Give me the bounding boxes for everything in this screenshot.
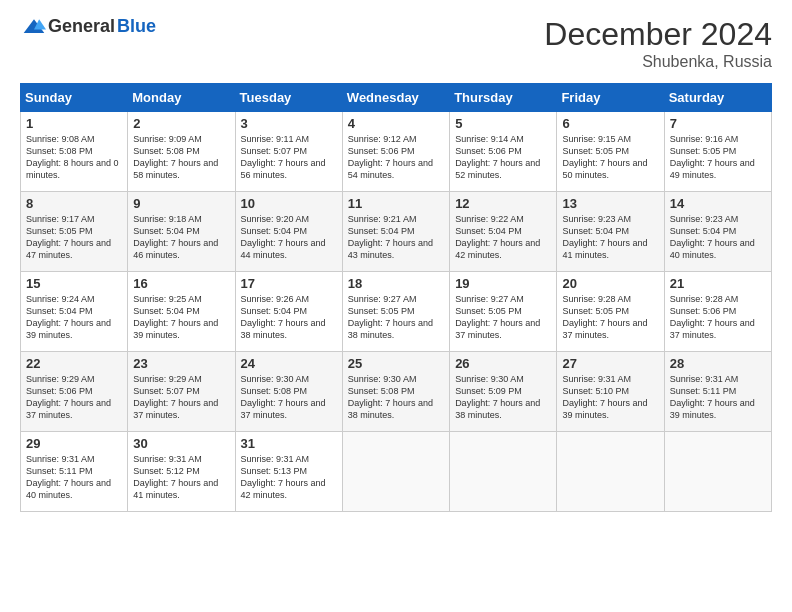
month-title: December 2024: [544, 16, 772, 53]
day-number: 10: [241, 196, 337, 211]
calendar-cell: 9Sunrise: 9:18 AMSunset: 5:04 PMDaylight…: [128, 192, 235, 272]
cell-text: Sunrise: 9:20 AMSunset: 5:04 PMDaylight:…: [241, 214, 326, 260]
day-number: 28: [670, 356, 766, 371]
week-row-2: 8Sunrise: 9:17 AMSunset: 5:05 PMDaylight…: [21, 192, 772, 272]
day-number: 2: [133, 116, 229, 131]
day-number: 22: [26, 356, 122, 371]
day-number: 9: [133, 196, 229, 211]
day-number: 31: [241, 436, 337, 451]
calendar-cell: 11Sunrise: 9:21 AMSunset: 5:04 PMDayligh…: [342, 192, 449, 272]
cell-text: Sunrise: 9:28 AMSunset: 5:06 PMDaylight:…: [670, 294, 755, 340]
day-number: 16: [133, 276, 229, 291]
col-monday: Monday: [128, 84, 235, 112]
cell-text: Sunrise: 9:24 AMSunset: 5:04 PMDaylight:…: [26, 294, 111, 340]
week-row-4: 22Sunrise: 9:29 AMSunset: 5:06 PMDayligh…: [21, 352, 772, 432]
week-row-1: 1Sunrise: 9:08 AMSunset: 5:08 PMDaylight…: [21, 112, 772, 192]
cell-text: Sunrise: 9:26 AMSunset: 5:04 PMDaylight:…: [241, 294, 326, 340]
calendar-cell: 15Sunrise: 9:24 AMSunset: 5:04 PMDayligh…: [21, 272, 128, 352]
calendar-cell: 24Sunrise: 9:30 AMSunset: 5:08 PMDayligh…: [235, 352, 342, 432]
calendar-cell: 16Sunrise: 9:25 AMSunset: 5:04 PMDayligh…: [128, 272, 235, 352]
col-wednesday: Wednesday: [342, 84, 449, 112]
cell-text: Sunrise: 9:09 AMSunset: 5:08 PMDaylight:…: [133, 134, 218, 180]
cell-text: Sunrise: 9:28 AMSunset: 5:05 PMDaylight:…: [562, 294, 647, 340]
col-sunday: Sunday: [21, 84, 128, 112]
cell-text: Sunrise: 9:29 AMSunset: 5:07 PMDaylight:…: [133, 374, 218, 420]
day-number: 30: [133, 436, 229, 451]
cell-text: Sunrise: 9:23 AMSunset: 5:04 PMDaylight:…: [670, 214, 755, 260]
cell-text: Sunrise: 9:14 AMSunset: 5:06 PMDaylight:…: [455, 134, 540, 180]
cell-text: Sunrise: 9:12 AMSunset: 5:06 PMDaylight:…: [348, 134, 433, 180]
calendar-cell: 8Sunrise: 9:17 AMSunset: 5:05 PMDaylight…: [21, 192, 128, 272]
cell-text: Sunrise: 9:11 AMSunset: 5:07 PMDaylight:…: [241, 134, 326, 180]
calendar-cell: 29Sunrise: 9:31 AMSunset: 5:11 PMDayligh…: [21, 432, 128, 512]
calendar-cell: 5Sunrise: 9:14 AMSunset: 5:06 PMDaylight…: [450, 112, 557, 192]
day-number: 27: [562, 356, 658, 371]
cell-text: Sunrise: 9:15 AMSunset: 5:05 PMDaylight:…: [562, 134, 647, 180]
calendar-cell: 19Sunrise: 9:27 AMSunset: 5:05 PMDayligh…: [450, 272, 557, 352]
day-number: 5: [455, 116, 551, 131]
day-number: 3: [241, 116, 337, 131]
calendar-cell: 28Sunrise: 9:31 AMSunset: 5:11 PMDayligh…: [664, 352, 771, 432]
day-number: 12: [455, 196, 551, 211]
day-number: 4: [348, 116, 444, 131]
day-number: 19: [455, 276, 551, 291]
cell-text: Sunrise: 9:31 AMSunset: 5:12 PMDaylight:…: [133, 454, 218, 500]
day-number: 13: [562, 196, 658, 211]
cell-text: Sunrise: 9:29 AMSunset: 5:06 PMDaylight:…: [26, 374, 111, 420]
calendar-cell: 13Sunrise: 9:23 AMSunset: 5:04 PMDayligh…: [557, 192, 664, 272]
day-number: 26: [455, 356, 551, 371]
cell-text: Sunrise: 9:27 AMSunset: 5:05 PMDaylight:…: [455, 294, 540, 340]
header-row: Sunday Monday Tuesday Wednesday Thursday…: [21, 84, 772, 112]
day-number: 11: [348, 196, 444, 211]
cell-text: Sunrise: 9:27 AMSunset: 5:05 PMDaylight:…: [348, 294, 433, 340]
day-number: 6: [562, 116, 658, 131]
col-saturday: Saturday: [664, 84, 771, 112]
calendar-cell: 26Sunrise: 9:30 AMSunset: 5:09 PMDayligh…: [450, 352, 557, 432]
calendar-cell: 23Sunrise: 9:29 AMSunset: 5:07 PMDayligh…: [128, 352, 235, 432]
cell-text: Sunrise: 9:18 AMSunset: 5:04 PMDaylight:…: [133, 214, 218, 260]
calendar-cell: 14Sunrise: 9:23 AMSunset: 5:04 PMDayligh…: [664, 192, 771, 272]
col-friday: Friday: [557, 84, 664, 112]
logo-blue-text: Blue: [117, 16, 156, 37]
cell-text: Sunrise: 9:30 AMSunset: 5:08 PMDaylight:…: [348, 374, 433, 420]
cell-text: Sunrise: 9:08 AMSunset: 5:08 PMDaylight:…: [26, 134, 119, 180]
day-number: 20: [562, 276, 658, 291]
calendar-cell: 6Sunrise: 9:15 AMSunset: 5:05 PMDaylight…: [557, 112, 664, 192]
col-thursday: Thursday: [450, 84, 557, 112]
calendar-cell: 18Sunrise: 9:27 AMSunset: 5:05 PMDayligh…: [342, 272, 449, 352]
day-number: 7: [670, 116, 766, 131]
cell-text: Sunrise: 9:30 AMSunset: 5:09 PMDaylight:…: [455, 374, 540, 420]
calendar-table: Sunday Monday Tuesday Wednesday Thursday…: [20, 83, 772, 512]
calendar-cell: 22Sunrise: 9:29 AMSunset: 5:06 PMDayligh…: [21, 352, 128, 432]
day-number: 24: [241, 356, 337, 371]
cell-text: Sunrise: 9:30 AMSunset: 5:08 PMDaylight:…: [241, 374, 326, 420]
calendar-cell: 20Sunrise: 9:28 AMSunset: 5:05 PMDayligh…: [557, 272, 664, 352]
week-row-3: 15Sunrise: 9:24 AMSunset: 5:04 PMDayligh…: [21, 272, 772, 352]
calendar-cell: 3Sunrise: 9:11 AMSunset: 5:07 PMDaylight…: [235, 112, 342, 192]
col-tuesday: Tuesday: [235, 84, 342, 112]
day-number: 29: [26, 436, 122, 451]
day-number: 23: [133, 356, 229, 371]
day-number: 21: [670, 276, 766, 291]
logo: GeneralBlue: [20, 16, 156, 37]
cell-text: Sunrise: 9:22 AMSunset: 5:04 PMDaylight:…: [455, 214, 540, 260]
calendar-page: GeneralBlue December 2024 Shubenka, Russ…: [0, 0, 792, 612]
cell-text: Sunrise: 9:31 AMSunset: 5:11 PMDaylight:…: [670, 374, 755, 420]
day-number: 1: [26, 116, 122, 131]
week-row-5: 29Sunrise: 9:31 AMSunset: 5:11 PMDayligh…: [21, 432, 772, 512]
calendar-cell: 25Sunrise: 9:30 AMSunset: 5:08 PMDayligh…: [342, 352, 449, 432]
logo-icon: [22, 17, 46, 37]
day-number: 14: [670, 196, 766, 211]
cell-text: Sunrise: 9:17 AMSunset: 5:05 PMDaylight:…: [26, 214, 111, 260]
cell-text: Sunrise: 9:25 AMSunset: 5:04 PMDaylight:…: [133, 294, 218, 340]
cell-text: Sunrise: 9:31 AMSunset: 5:10 PMDaylight:…: [562, 374, 647, 420]
day-number: 8: [26, 196, 122, 211]
calendar-cell: 12Sunrise: 9:22 AMSunset: 5:04 PMDayligh…: [450, 192, 557, 272]
cell-text: Sunrise: 9:21 AMSunset: 5:04 PMDaylight:…: [348, 214, 433, 260]
cell-text: Sunrise: 9:31 AMSunset: 5:11 PMDaylight:…: [26, 454, 111, 500]
title-block: December 2024 Shubenka, Russia: [544, 16, 772, 71]
calendar-cell: [450, 432, 557, 512]
calendar-cell: 21Sunrise: 9:28 AMSunset: 5:06 PMDayligh…: [664, 272, 771, 352]
day-number: 18: [348, 276, 444, 291]
calendar-cell: [342, 432, 449, 512]
